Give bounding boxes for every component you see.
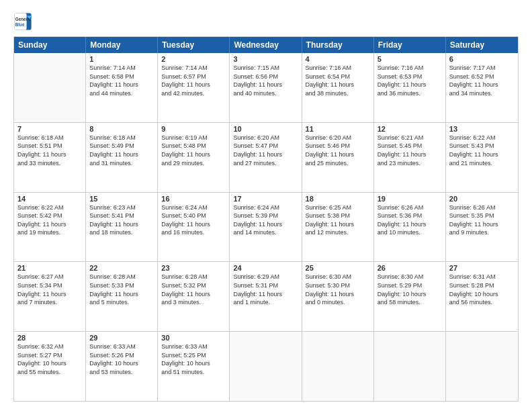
sunrise-text: Sunrise: 6:28 AM xyxy=(161,273,226,281)
logo: General Blue xyxy=(13,12,32,31)
sunset-text: Sunset: 6:58 PM xyxy=(89,73,154,81)
header-friday: Friday xyxy=(374,37,446,53)
header-monday: Monday xyxy=(86,37,158,53)
calendar-cell: 30Sunrise: 6:33 AMSunset: 5:25 PMDayligh… xyxy=(158,332,230,401)
daylight-text: Daylight: 10 hours xyxy=(17,359,82,368)
calendar-cell: 20Sunrise: 6:26 AMSunset: 5:35 PMDayligh… xyxy=(446,193,518,262)
calendar-cell xyxy=(302,332,374,401)
header-saturday: Saturday xyxy=(446,37,518,53)
calendar-row: 1Sunrise: 7:14 AMSunset: 6:58 PMDaylight… xyxy=(14,53,518,122)
daylight-text: Daylight: 11 hours xyxy=(306,220,370,229)
sunset-text: Sunset: 6:57 PM xyxy=(161,73,226,81)
calendar-header: Sunday Monday Tuesday Wednesday Thursday… xyxy=(14,37,518,53)
day-number: 22 xyxy=(89,264,154,272)
daylight-text: Daylight: 11 hours xyxy=(89,81,154,89)
daylight-minutes-text: and 40 minutes. xyxy=(233,89,298,98)
page: General Blue Sunday Monday Tuesday Wedne… xyxy=(0,0,532,411)
daylight-text: Daylight: 11 hours xyxy=(89,150,154,159)
daylight-minutes-text: and 27 minutes. xyxy=(233,159,298,168)
calendar-cell: 27Sunrise: 6:31 AMSunset: 5:28 PMDayligh… xyxy=(446,262,518,331)
day-number: 8 xyxy=(89,125,154,133)
calendar-cell: 4Sunrise: 7:16 AMSunset: 6:54 PMDaylight… xyxy=(302,53,374,122)
sunrise-text: Sunrise: 6:26 AM xyxy=(378,203,442,212)
daylight-minutes-text: and 29 minutes. xyxy=(161,159,226,168)
daylight-text: Daylight: 11 hours xyxy=(306,150,370,159)
daylight-minutes-text: and 1 minute. xyxy=(233,298,298,307)
daylight-text: Daylight: 11 hours xyxy=(17,150,82,159)
daylight-minutes-text: and 16 minutes. xyxy=(161,228,226,237)
day-number: 17 xyxy=(233,195,298,203)
sunset-text: Sunset: 5:41 PM xyxy=(89,212,154,220)
sunset-text: Sunset: 5:26 PM xyxy=(89,351,154,360)
daylight-text: Daylight: 10 hours xyxy=(449,290,515,299)
day-number: 21 xyxy=(17,264,82,272)
sunrise-text: Sunrise: 6:23 AM xyxy=(89,203,154,212)
sunrise-text: Sunrise: 7:14 AM xyxy=(161,64,226,73)
calendar-cell: 16Sunrise: 6:24 AMSunset: 5:40 PMDayligh… xyxy=(158,193,230,262)
sunset-text: Sunset: 5:48 PM xyxy=(161,142,226,150)
calendar-cell: 29Sunrise: 6:33 AMSunset: 5:26 PMDayligh… xyxy=(86,332,158,401)
daylight-minutes-text: and 58 minutes. xyxy=(378,298,442,307)
sunset-text: Sunset: 5:40 PM xyxy=(161,212,226,220)
daylight-minutes-text: and 14 minutes. xyxy=(233,228,298,237)
calendar-cell: 5Sunrise: 7:16 AMSunset: 6:53 PMDaylight… xyxy=(374,53,446,122)
sunrise-text: Sunrise: 6:20 AM xyxy=(233,134,298,142)
calendar-cell: 28Sunrise: 6:32 AMSunset: 5:27 PMDayligh… xyxy=(14,332,86,401)
calendar-cell xyxy=(14,53,86,122)
sunset-text: Sunset: 5:28 PM xyxy=(449,281,515,290)
sunrise-text: Sunrise: 6:27 AM xyxy=(17,273,82,281)
daylight-text: Daylight: 11 hours xyxy=(161,290,226,299)
calendar-body: 1Sunrise: 7:14 AMSunset: 6:58 PMDaylight… xyxy=(14,53,518,401)
sunrise-text: Sunrise: 7:15 AM xyxy=(233,64,298,73)
day-number: 26 xyxy=(378,264,442,272)
day-number: 15 xyxy=(89,195,154,203)
sunrise-text: Sunrise: 6:32 AM xyxy=(17,342,82,351)
day-number: 24 xyxy=(233,264,298,272)
daylight-text: Daylight: 11 hours xyxy=(161,150,226,159)
sunset-text: Sunset: 6:56 PM xyxy=(233,73,298,81)
calendar-cell: 8Sunrise: 6:18 AMSunset: 5:49 PMDaylight… xyxy=(86,123,158,192)
daylight-minutes-text: and 38 minutes. xyxy=(306,89,370,98)
calendar: Sunday Monday Tuesday Wednesday Thursday… xyxy=(13,36,519,402)
daylight-text: Daylight: 11 hours xyxy=(89,290,154,299)
sunset-text: Sunset: 5:33 PM xyxy=(89,281,154,290)
day-number: 7 xyxy=(17,125,82,133)
daylight-minutes-text: and 19 minutes. xyxy=(17,228,82,237)
sunrise-text: Sunrise: 6:21 AM xyxy=(378,134,442,142)
calendar-cell: 14Sunrise: 6:22 AMSunset: 5:42 PMDayligh… xyxy=(14,193,86,262)
sunrise-text: Sunrise: 6:30 AM xyxy=(306,273,370,281)
calendar-cell: 17Sunrise: 6:24 AMSunset: 5:39 PMDayligh… xyxy=(230,193,302,262)
daylight-text: Daylight: 11 hours xyxy=(161,220,226,229)
day-number: 27 xyxy=(449,264,515,272)
sunset-text: Sunset: 5:32 PM xyxy=(161,281,226,290)
sunset-text: Sunset: 5:31 PM xyxy=(233,281,298,290)
sunrise-text: Sunrise: 6:29 AM xyxy=(233,273,298,281)
svg-text:General: General xyxy=(15,17,32,21)
calendar-cell: 23Sunrise: 6:28 AMSunset: 5:32 PMDayligh… xyxy=(158,262,230,331)
sunset-text: Sunset: 5:43 PM xyxy=(449,142,515,150)
daylight-minutes-text: and 25 minutes. xyxy=(306,159,370,168)
daylight-text: Daylight: 11 hours xyxy=(306,81,370,89)
daylight-minutes-text: and 0 minutes. xyxy=(306,298,370,307)
calendar-cell: 7Sunrise: 6:18 AMSunset: 5:51 PMDaylight… xyxy=(14,123,86,192)
day-number: 3 xyxy=(233,55,298,63)
sunrise-text: Sunrise: 7:17 AM xyxy=(449,64,515,73)
daylight-text: Daylight: 11 hours xyxy=(449,220,515,229)
day-number: 19 xyxy=(378,195,442,203)
day-number: 13 xyxy=(449,125,515,133)
daylight-text: Daylight: 10 hours xyxy=(378,290,442,299)
daylight-minutes-text: and 56 minutes. xyxy=(449,298,515,307)
daylight-minutes-text: and 51 minutes. xyxy=(161,368,226,377)
daylight-text: Daylight: 11 hours xyxy=(233,220,298,229)
sunset-text: Sunset: 5:38 PM xyxy=(306,212,370,220)
logo-icon: General Blue xyxy=(13,12,32,31)
day-number: 23 xyxy=(161,264,226,272)
daylight-minutes-text: and 7 minutes. xyxy=(17,298,82,307)
day-number: 30 xyxy=(161,334,226,342)
sunset-text: Sunset: 5:36 PM xyxy=(378,212,442,220)
sunset-text: Sunset: 6:54 PM xyxy=(306,73,370,81)
calendar-cell: 1Sunrise: 7:14 AMSunset: 6:58 PMDaylight… xyxy=(86,53,158,122)
daylight-minutes-text: and 3 minutes. xyxy=(161,298,226,307)
svg-text:Blue: Blue xyxy=(15,22,25,27)
daylight-text: Daylight: 11 hours xyxy=(306,290,370,299)
